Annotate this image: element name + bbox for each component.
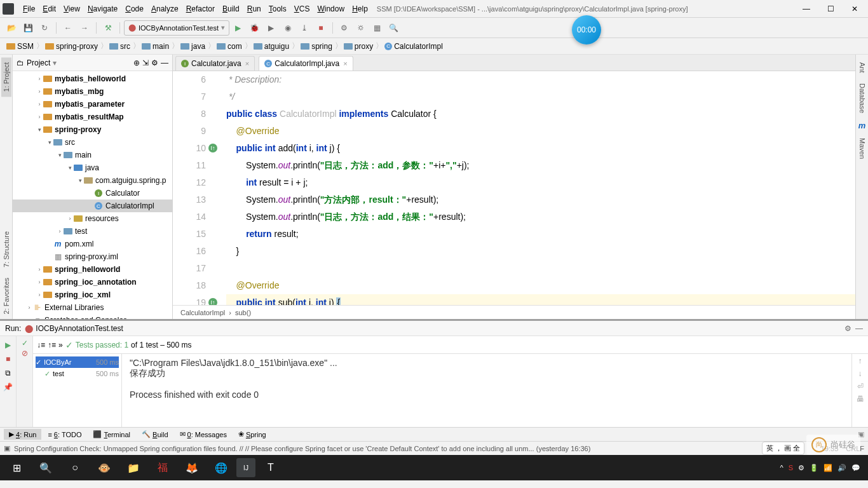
tree-node[interactable]: ▾main xyxy=(13,149,172,161)
tray-icon[interactable]: S xyxy=(789,464,793,471)
chrome-icon[interactable]: 🌐 xyxy=(207,457,235,478)
cortana-icon[interactable]: ○ xyxy=(61,457,89,478)
menu-edit[interactable]: Edit xyxy=(39,3,60,15)
hide-icon[interactable]: — xyxy=(855,324,863,333)
tree-node[interactable]: ▾com.atguigu.spring.p xyxy=(13,174,172,187)
tree-node[interactable]: ›CCalculatorImpl xyxy=(13,200,172,212)
tray-icon[interactable]: ⚙ xyxy=(798,464,804,472)
app-icon[interactable]: 📁 xyxy=(119,457,147,478)
breadcrumb-item[interactable]: SSM xyxy=(6,42,34,51)
search-icon[interactable]: 🔍 xyxy=(32,457,60,478)
tree-node[interactable]: ›ICalculator xyxy=(13,187,172,200)
breadcrumb-item[interactable]: spring xyxy=(301,42,332,51)
project-tool-tab[interactable]: 1: Project xyxy=(1,57,11,97)
maximize-button[interactable]: ☐ xyxy=(820,3,841,15)
structure-tool-tab[interactable]: 7: Structure xyxy=(1,226,11,273)
chevron-down-icon[interactable]: ▾ xyxy=(53,58,57,67)
editor-tab[interactable]: CCalculatorImpl.java× xyxy=(259,56,353,71)
breadcrumb-item[interactable]: CCalculatorImpl xyxy=(384,42,443,51)
crumb-method[interactable]: sub() xyxy=(235,309,251,316)
sort-icon[interactable]: ↓≡ xyxy=(37,341,45,349)
tree-node[interactable]: ›mybatis_parameter xyxy=(13,98,172,111)
bottom-tab[interactable]: ≡6: TODO xyxy=(43,430,86,440)
tree-node[interactable]: ›⊪External Libraries xyxy=(13,301,172,314)
scroll-from-source-icon[interactable]: ⊕ xyxy=(133,58,140,67)
up-arrow-icon[interactable]: ↑ xyxy=(858,356,862,365)
breadcrumb-item[interactable]: com xyxy=(217,42,242,51)
bottom-tab[interactable]: ▶4: Run xyxy=(4,429,41,440)
tree-node[interactable]: ▾java xyxy=(13,161,172,174)
menu-vcs[interactable]: VCS xyxy=(290,3,314,15)
block-icon[interactable]: ⊘ xyxy=(22,349,28,358)
tree-node[interactable]: ›mybatis_helloworld xyxy=(13,72,172,85)
rerun-icon[interactable]: ▶ xyxy=(2,339,15,351)
breadcrumb-item[interactable]: atguigu xyxy=(254,42,289,51)
tree-node[interactable]: ›mpom.xml xyxy=(13,238,172,250)
menu-window[interactable]: Window xyxy=(313,3,348,15)
breadcrumb-item[interactable]: spring-proxy xyxy=(45,42,98,51)
collapse-icon[interactable]: ⇲ xyxy=(142,58,149,67)
structure-icon[interactable]: ▦ xyxy=(370,20,385,36)
vcs-icon[interactable]: ⚙ xyxy=(337,20,352,36)
breadcrumb-item[interactable]: java xyxy=(180,42,205,51)
layout-icon[interactable]: ⧉ xyxy=(2,367,15,379)
refresh-icon[interactable]: ↻ xyxy=(37,20,52,36)
intellij-icon[interactable]: IJ xyxy=(236,458,255,477)
tree-node[interactable]: ›mybatis_mbg xyxy=(13,85,172,98)
menu-build[interactable]: Build xyxy=(219,3,243,15)
tree-node[interactable]: ▾spring-proxy xyxy=(13,123,172,136)
breadcrumb-item[interactable]: src xyxy=(109,42,130,51)
menu-refactor[interactable]: Refactor xyxy=(182,3,219,15)
back-icon[interactable]: ← xyxy=(60,20,76,36)
debug-icon[interactable]: 🐞 xyxy=(247,20,262,36)
settings-icon[interactable]: ⛭ xyxy=(353,20,369,36)
favorites-tool-tab[interactable]: 2: Favorites xyxy=(1,273,11,319)
close-tab-icon[interactable]: × xyxy=(343,60,347,67)
maven-tool-tab[interactable]: Maven xyxy=(857,133,867,164)
tree-node[interactable]: ›spring_ioc_annotation xyxy=(13,276,172,288)
wifi-icon[interactable]: 📶 xyxy=(824,464,832,472)
close-tab-icon[interactable]: × xyxy=(245,60,249,67)
down-arrow-icon[interactable]: ↓ xyxy=(858,369,862,378)
tree-node[interactable]: ›▦spring-proxy.iml xyxy=(13,250,172,263)
app-icon[interactable]: 福 xyxy=(149,457,177,478)
menu-tools[interactable]: Tools xyxy=(265,3,290,15)
breadcrumb-item[interactable]: proxy xyxy=(344,42,373,51)
tree-node[interactable]: ›≡Scratches and Consoles xyxy=(13,314,172,319)
maven-icon[interactable]: m xyxy=(858,118,866,133)
menu-code[interactable]: Code xyxy=(121,3,147,15)
filter-icon[interactable]: ↑≡ xyxy=(48,341,56,349)
open-icon[interactable]: 📂 xyxy=(4,20,19,36)
tree-node[interactable]: ›spring_ioc_xml xyxy=(13,288,172,301)
stop-icon[interactable]: ■ xyxy=(313,20,329,36)
coverage-icon[interactable]: ▶ xyxy=(264,20,279,36)
menu-view[interactable]: View xyxy=(60,3,84,15)
minimize-button[interactable]: — xyxy=(796,3,817,15)
save-icon[interactable]: 💾 xyxy=(20,20,36,36)
ime-indicator[interactable]: 英 ， 画 全 xyxy=(762,442,804,455)
hide-icon[interactable]: — xyxy=(161,58,168,67)
crumb-class[interactable]: CalculatorImpl xyxy=(180,309,225,316)
tree-node[interactable]: ›mybatis_resultMap xyxy=(13,111,172,123)
bottom-tab[interactable]: ❀Spring xyxy=(233,429,271,440)
menu-run[interactable]: Run xyxy=(243,3,265,15)
run-icon[interactable]: ▶ xyxy=(231,20,246,36)
battery-icon[interactable]: 🔋 xyxy=(810,464,818,472)
run-config-selector[interactable]: ⬤ IOCByAnnotationTest.test ▾ xyxy=(124,20,229,36)
menu-analyze[interactable]: Analyze xyxy=(147,3,182,15)
stop-icon[interactable]: ■ xyxy=(2,353,15,365)
check-icon[interactable]: ✓ xyxy=(22,339,28,348)
menu-navigate[interactable]: Navigate xyxy=(84,3,121,15)
volume-icon[interactable]: 🔊 xyxy=(837,464,846,472)
tree-node[interactable]: ›resources xyxy=(13,212,172,225)
menu-file[interactable]: File xyxy=(19,3,39,15)
firefox-icon[interactable]: 🦊 xyxy=(178,457,206,478)
attach-icon[interactable]: ⤓ xyxy=(297,20,312,36)
tree-node[interactable]: ▾src xyxy=(13,136,172,149)
bottom-tab[interactable]: 🔨Build xyxy=(137,429,173,440)
bottom-tab[interactable]: ⬛Terminal xyxy=(88,429,135,440)
wrap-icon[interactable]: ⏎ xyxy=(857,382,864,391)
gear-icon[interactable]: ⚙ xyxy=(844,324,851,333)
pin-icon[interactable]: 📌 xyxy=(2,381,15,393)
tree-node[interactable]: ›spring_helloworld xyxy=(13,263,172,276)
